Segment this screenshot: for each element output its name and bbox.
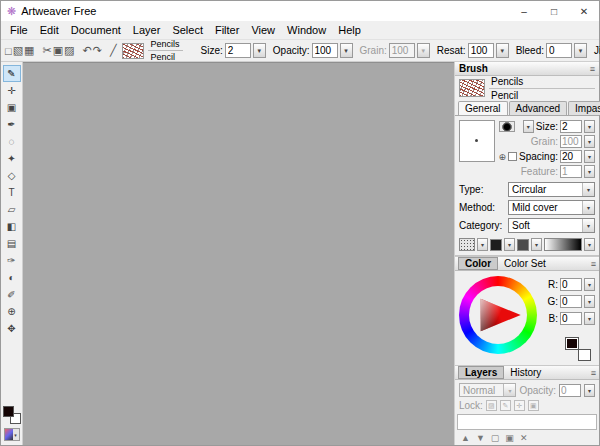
- minimize-button[interactable]: –: [509, 1, 539, 21]
- chevron-down-icon: ▾: [13, 429, 19, 440]
- eyedropper-tool[interactable]: ✐: [3, 286, 21, 303]
- menu-window[interactable]: Window: [281, 22, 332, 38]
- tab-general[interactable]: General: [458, 101, 508, 115]
- duplicate-layer-button[interactable]: ▣: [505, 433, 514, 443]
- brush-spacing-dropdown-button[interactable]: ▾: [584, 150, 595, 163]
- app-logo-icon: ❋: [7, 5, 16, 18]
- zoom-tool[interactable]: ⊕: [3, 303, 21, 320]
- eraser-tool[interactable]: ▱: [3, 201, 21, 218]
- brush-category-select[interactable]: Soft ▾: [508, 218, 595, 233]
- tab-impasto[interactable]: Impasto: [568, 101, 600, 115]
- hand-tool[interactable]: ✥: [3, 320, 21, 337]
- menu-filter[interactable]: Filter: [209, 22, 245, 38]
- brush-type-select[interactable]: Circular ▾: [508, 182, 595, 197]
- current-tool-button[interactable]: ╱: [110, 42, 117, 60]
- brush-size-dropdown-button[interactable]: ▾: [584, 120, 595, 133]
- size-input[interactable]: [225, 43, 251, 58]
- pattern-dropdown-button[interactable]: ▾: [504, 238, 515, 251]
- fill-tool[interactable]: ◧: [3, 218, 21, 235]
- move-layer-down-button[interactable]: ▼: [476, 433, 485, 443]
- tab-advanced[interactable]: Advanced: [509, 101, 567, 115]
- menu-help[interactable]: Help: [332, 22, 367, 38]
- pen-tool[interactable]: ✒: [3, 116, 21, 133]
- smudge-tool[interactable]: ✑: [3, 252, 21, 269]
- brush-tip-dropdown-button[interactable]: ▾: [523, 120, 534, 133]
- paper-texture-dropdown-button[interactable]: ▾: [477, 238, 488, 251]
- brush-method-select[interactable]: Mild cover ▾: [508, 200, 595, 215]
- panel-color-swatches[interactable]: [565, 337, 591, 361]
- dodge-tool[interactable]: ◐: [3, 269, 21, 286]
- paint-brush-tool[interactable]: ✎: [3, 65, 21, 82]
- move-layer-up-button[interactable]: ▲: [461, 433, 470, 443]
- panel-menu-icon[interactable]: ≡: [591, 368, 596, 378]
- text-tool[interactable]: T: [3, 184, 21, 201]
- close-button[interactable]: ✕: [569, 1, 599, 21]
- secondary-pattern-dropdown-button[interactable]: ▾: [531, 238, 542, 251]
- maximize-button[interactable]: □: [539, 1, 569, 21]
- foreground-color-swatch[interactable]: [3, 406, 14, 417]
- brush-preset-row[interactable]: Pencils Pencil: [455, 76, 599, 100]
- color-mode-selector[interactable]: ▾: [4, 428, 20, 441]
- cut-button[interactable]: ✂: [42, 42, 51, 60]
- gradient-dropdown-button[interactable]: ▾: [584, 238, 595, 251]
- magic-wand-tool[interactable]: ✦: [3, 150, 21, 167]
- blue-channel-input[interactable]: [560, 312, 582, 325]
- save-button[interactable]: ▦: [24, 42, 34, 60]
- red-channel-input[interactable]: [560, 278, 582, 291]
- green-channel-dropdown-button[interactable]: ▾: [584, 295, 595, 308]
- brush-tip-swatch[interactable]: [499, 121, 515, 132]
- canvas-workspace[interactable]: [23, 62, 454, 445]
- open-folder-icon: ▧: [13, 44, 23, 57]
- add-layer-button[interactable]: ▢: [491, 433, 500, 443]
- menu-document[interactable]: Document: [65, 22, 127, 38]
- foreground-color-swatch[interactable]: [565, 337, 579, 350]
- opacity-dropdown-button[interactable]: ▾: [340, 43, 353, 58]
- right-panel: Brush ≡ Pencils Pencil General Advanced …: [454, 62, 599, 445]
- tab-layers[interactable]: Layers: [458, 366, 504, 379]
- move-tool[interactable]: ✛: [3, 82, 21, 99]
- red-channel-dropdown-button[interactable]: ▾: [584, 278, 595, 291]
- tab-color-set[interactable]: Color Set: [498, 257, 552, 270]
- open-button[interactable]: ▧: [13, 42, 23, 60]
- paste-button[interactable]: ▨: [64, 42, 74, 60]
- blue-channel-dropdown-button[interactable]: ▾: [584, 312, 595, 325]
- crop-tool[interactable]: ▣: [3, 99, 21, 116]
- tab-color[interactable]: Color: [458, 257, 498, 270]
- lasso-tool[interactable]: ◌: [3, 133, 21, 150]
- size-dropdown-button[interactable]: ▾: [253, 43, 266, 58]
- secondary-pattern-swatch[interactable]: [517, 239, 529, 251]
- menu-view[interactable]: View: [245, 22, 281, 38]
- menu-select[interactable]: Select: [166, 22, 209, 38]
- delete-layer-button[interactable]: ✕: [520, 433, 528, 443]
- paper-texture-swatch[interactable]: [459, 238, 475, 251]
- layers-list[interactable]: [457, 414, 597, 430]
- resat-dropdown-button[interactable]: ▾: [496, 43, 509, 58]
- resat-input[interactable]: [468, 43, 494, 58]
- menu-layer[interactable]: Layer: [127, 22, 167, 38]
- foreground-background-swatches[interactable]: [3, 406, 21, 424]
- panel-menu-icon[interactable]: ≡: [590, 64, 595, 74]
- bleed-input[interactable]: [546, 43, 572, 58]
- undo-button[interactable]: ↶: [83, 42, 92, 60]
- bleed-dropdown-button[interactable]: ▾: [574, 43, 587, 58]
- brush-preset-selector[interactable]: Pencils Pencil: [122, 39, 183, 63]
- green-channel-input[interactable]: [560, 295, 582, 308]
- gradient-tool[interactable]: ▤: [3, 235, 21, 252]
- new-document-button[interactable]: □: [5, 42, 12, 60]
- lock-all-icon: ▣: [528, 400, 539, 411]
- redo-button[interactable]: ↷: [93, 42, 102, 60]
- pattern-swatch[interactable]: [490, 239, 502, 251]
- menu-file[interactable]: File: [4, 22, 34, 38]
- brush-size-input[interactable]: [560, 120, 582, 133]
- gradient-swatch[interactable]: [544, 238, 582, 251]
- menu-edit[interactable]: Edit: [34, 22, 65, 38]
- brush-spacing-input[interactable]: [560, 150, 582, 163]
- color-wheel[interactable]: [459, 276, 537, 354]
- copy-button[interactable]: ▣: [53, 42, 63, 60]
- background-color-swatch[interactable]: [578, 349, 591, 361]
- tab-history[interactable]: History: [504, 366, 547, 379]
- opacity-input[interactable]: [312, 43, 338, 58]
- spacing-checkbox[interactable]: [508, 152, 517, 161]
- shape-tool[interactable]: ◇: [3, 167, 21, 184]
- panel-menu-icon[interactable]: ≡: [591, 259, 596, 269]
